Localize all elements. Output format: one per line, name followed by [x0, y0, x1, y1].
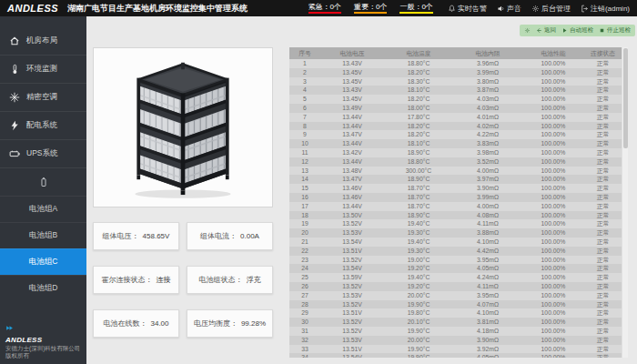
- voltage-balance-stat: 电压均衡度：99.28%: [187, 309, 273, 338]
- play-icon: [561, 27, 568, 34]
- brand-logo: ANDLESS: [7, 3, 58, 14]
- column-header: 序号: [289, 49, 320, 58]
- logout-button[interactable]: 注销(admin): [581, 4, 630, 14]
- sidebar-item-power-distribution[interactable]: 配电系统: [0, 112, 86, 140]
- table-row: 1213.44V18.80°C3.52mΩ100.00%正常: [289, 157, 622, 167]
- column-header: 电池温度: [384, 49, 453, 58]
- footer-company: 安德力士(深圳)科技有限公司: [5, 345, 81, 352]
- group-voltage-stat: 组体电压：458.65V: [93, 222, 179, 250]
- sidebar-item-env-monitoring[interactable]: 环境监测: [0, 56, 86, 84]
- gear-icon: [524, 27, 531, 34]
- sidebar: 机房布局环境监测精密空调配电系统UPS系统 电池组A电池组B电池组C电池组D A…: [0, 16, 86, 364]
- table-row: 413.43V18.10°C3.87mΩ100.00%正常: [289, 86, 622, 95]
- table-scrollbar[interactable]: [622, 47, 628, 358]
- sidebar-nav: 机房布局环境监测精密空调配电系统UPS系统: [0, 27, 86, 168]
- stop-patrol-button[interactable]: 停止巡检: [599, 26, 631, 35]
- hall-connection-stat: 霍尔连接状态：连接: [93, 266, 179, 294]
- table-row: 2013.53V19.30°C3.88mΩ100.00%正常: [289, 228, 622, 238]
- table-row: 213.45V18.20°C3.99mΩ100.00%正常: [289, 68, 622, 77]
- battery-vertical-icon: [38, 177, 49, 187]
- column-header: 电池性能: [522, 49, 584, 58]
- sidebar-item-ups-system[interactable]: UPS系统: [0, 140, 86, 168]
- sidebar-item-battery-group-b[interactable]: 电池组B: [0, 222, 86, 248]
- alarm-underline: [308, 12, 341, 14]
- sidebar-item-battery-group-d[interactable]: 电池组D: [0, 275, 86, 301]
- battery-table: 序号电池电压电池温度电池内阻电池性能连接状态 113.43V18.80°C3.9…: [289, 47, 628, 358]
- realtime-alarm-button[interactable]: 实时告警: [448, 4, 487, 14]
- column-header: 电池电压: [320, 49, 384, 58]
- gear-icon: [531, 5, 540, 13]
- sidebar-item-battery-group-a[interactable]: 电池组A: [0, 196, 86, 222]
- table-row: 3313.51V19.90°C3.92mΩ100.00%正常: [289, 345, 622, 354]
- table-row: 2713.53V20.00°C3.95mΩ100.00%正常: [289, 291, 622, 300]
- table-row: 3213.53V20.00°C3.90mΩ100.00%正常: [289, 336, 622, 345]
- table-row: 2513.59V19.40°C4.24mΩ100.00%正常: [289, 273, 622, 282]
- sidebar-item-battery-group-c[interactable]: 电池组C: [0, 248, 86, 275]
- table-row: 2613.52V19.20°C4.11mΩ100.00%正常: [289, 282, 622, 291]
- stats-grid: 组体电压：458.65V组体电流：0.00A霍尔连接状态：连接电池组状态：浮充电…: [93, 222, 273, 338]
- column-header: 电池内阻: [453, 49, 522, 58]
- table-row: 2813.52V19.90°C4.07mΩ100.00%正常: [289, 300, 622, 309]
- table-row: 1013.44V18.10°C3.83mΩ100.00%正常: [289, 139, 622, 148]
- table-row: 513.45V18.20°C4.03mΩ100.00%正常: [289, 95, 622, 104]
- table-row: 3413.54V19.90°C4.05mΩ100.00%正常: [289, 353, 622, 358]
- alarm-counters: 紧急：0个重要：0个一般：0个: [308, 3, 433, 14]
- important-alarm-counter: 重要：0个: [354, 3, 387, 14]
- battery-online-count-stat: 电池在线数：34.00: [93, 309, 179, 338]
- patrol-toolbar: 返回自动巡检停止巡检: [520, 25, 635, 36]
- footer-copyright: 版权所有: [5, 352, 81, 359]
- main-area: 机房布局环境监测精密空调配电系统UPS系统 电池组A电池组B电池组C电池组D A…: [0, 16, 637, 364]
- table-row: 1813.50V18.90°C4.08mΩ100.00%正常: [289, 211, 622, 220]
- battery-overview-column: 组体电压：458.65V组体电流：0.00A霍尔连接状态：连接电池组状态：浮充电…: [93, 47, 273, 338]
- table-row: 2913.51V19.80°C4.10mΩ100.00%正常: [289, 308, 622, 318]
- group-current-stat: 组体电流：0.00A: [187, 222, 273, 250]
- table-row: 2113.54V19.40°C4.10mΩ100.00%正常: [289, 238, 622, 247]
- scrollbar-thumb[interactable]: [623, 48, 628, 148]
- lightning-icon: [9, 120, 20, 131]
- table-row: 1413.47V18.90°C3.97mΩ100.00%正常: [289, 175, 622, 184]
- double-chevron-icon: [5, 324, 14, 332]
- table-row: 813.44V18.20°C4.02mΩ100.00%正常: [289, 122, 622, 131]
- sidebar-item-precision-ac[interactable]: 精密空调: [0, 84, 86, 112]
- table-row: 1713.44V18.70°C4.00mΩ100.00%正常: [289, 202, 622, 211]
- general-alarm-counter: 一般：0个: [399, 3, 432, 14]
- app-title: 湖南广电节目生产基地机房环境监控集中管理系统: [67, 3, 248, 15]
- back-button[interactable]: 返回: [536, 26, 556, 35]
- table-row: 3113.52V19.90°C4.18mΩ100.00%正常: [289, 327, 622, 336]
- table-row: 1913.52V19.40°C4.11mΩ100.00%正常: [289, 219, 622, 228]
- sidebar-item-room-layout[interactable]: 机房布局: [0, 27, 86, 56]
- topbar-right: 紧急：0个重要：0个一般：0个 实时告警声音后台管理注销(admin): [308, 3, 630, 14]
- speaker-icon: [497, 5, 505, 13]
- snowflake-icon: [9, 92, 20, 103]
- sidebar-footer: ANDLESS 安德力士(深圳)科技有限公司 版权所有: [0, 319, 86, 364]
- logout-icon: [581, 5, 589, 13]
- back-icon: [536, 27, 542, 34]
- auto-patrol-button[interactable]: 自动巡检: [561, 26, 593, 35]
- table-row: 1113.42V18.90°C3.98mΩ100.00%正常: [289, 148, 622, 157]
- admin-backend-button[interactable]: 后台管理: [531, 4, 571, 14]
- topbar: ANDLESS 湖南广电节目生产基地机房环境监控集中管理系统 紧急：0个重要：0…: [0, 0, 637, 16]
- battery-rack-image: [93, 47, 273, 207]
- sound-button[interactable]: 声音: [497, 4, 521, 14]
- stop-icon: [599, 27, 605, 34]
- thermometer-icon: [9, 64, 20, 75]
- urgent-alarm-counter: 紧急：0个: [308, 3, 341, 14]
- table-row: 3013.52V20.10°C3.81mΩ100.00%正常: [289, 318, 622, 327]
- table-row: 2413.54V19.20°C4.05mΩ100.00%正常: [289, 264, 622, 273]
- table-body: 113.43V18.80°C3.96mΩ100.00%正常213.45V18.2…: [289, 59, 622, 358]
- table-row: 713.44V17.80°C4.01mΩ100.00%正常: [289, 113, 622, 122]
- table-row: 2313.52V19.00°C3.95mΩ100.00%正常: [289, 256, 622, 265]
- footer-logo: ANDLESS: [5, 336, 81, 344]
- table-row: 1613.46V18.70°C3.99mΩ100.00%正常: [289, 193, 622, 202]
- table-row: 313.45V18.30°C3.80mΩ100.00%正常: [289, 77, 622, 86]
- patrol-settings-button[interactable]: [524, 27, 531, 34]
- table-row: 1313.48V300.00°C4.00mΩ100.00%正常: [289, 167, 622, 176]
- alarm-underline: [354, 12, 387, 14]
- topbar-buttons: 实时告警声音后台管理注销(admin): [448, 4, 630, 14]
- battery-rack-graphic: [115, 54, 251, 201]
- table-row: 1513.46V18.70°C3.90mΩ100.00%正常: [289, 184, 622, 193]
- table-row: 113.43V18.80°C3.96mΩ100.00%正常: [289, 59, 622, 68]
- bell-icon: [448, 5, 456, 13]
- column-header: 连接状态: [584, 49, 622, 58]
- battery-group-status-stat: 电池组状态：浮充: [187, 266, 273, 294]
